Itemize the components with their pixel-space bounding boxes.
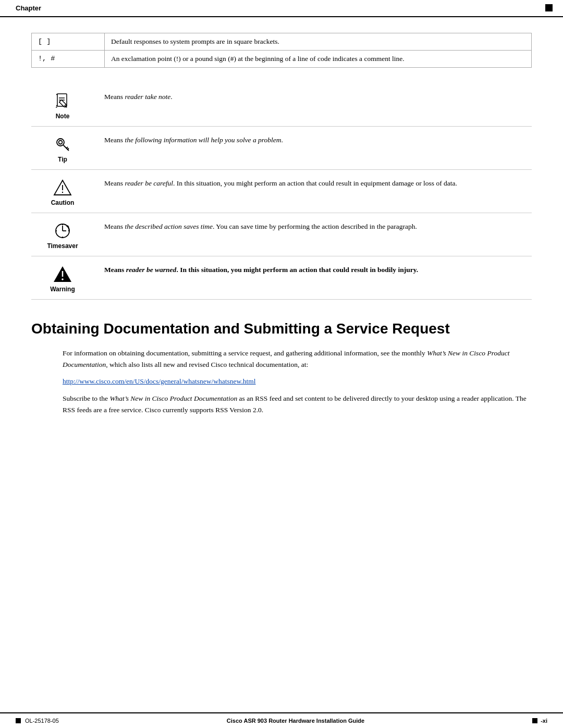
note-icon-col: Note bbox=[31, 90, 94, 120]
convention-table: [ ] Default responses to system prompts … bbox=[31, 33, 532, 68]
svg-line-10 bbox=[64, 145, 69, 151]
table-row: !, # An exclamation point (!) or a pound… bbox=[32, 51, 532, 68]
warning-icon bbox=[53, 265, 72, 283]
tip-icon bbox=[53, 135, 72, 154]
svg-point-15 bbox=[62, 192, 63, 193]
caution-description: Means reader be careful. In this situati… bbox=[94, 176, 532, 188]
svg-point-26 bbox=[62, 278, 64, 280]
caution-icon bbox=[53, 178, 72, 197]
note-icon bbox=[53, 92, 72, 110]
main-content: [ ] Default responses to system prompts … bbox=[0, 17, 563, 464]
svg-line-11 bbox=[66, 147, 68, 149]
note-description: Means reader take note. bbox=[94, 90, 532, 101]
timesaver-icon-col: Timesaver bbox=[31, 219, 94, 250]
table-row: [ ] Default responses to system prompts … bbox=[32, 33, 532, 51]
svg-point-9 bbox=[59, 141, 63, 144]
caution-label: Caution bbox=[51, 199, 75, 206]
table-cell-desc: Default responses to system prompts are … bbox=[105, 33, 532, 51]
warning-icon-col: Warning bbox=[31, 263, 94, 293]
footer-right-decoration bbox=[532, 718, 537, 723]
caution-icon-col: Caution bbox=[31, 176, 94, 206]
svg-point-8 bbox=[57, 139, 64, 146]
page-footer: OL-25178-05 Cisco ASR 903 Router Hardwar… bbox=[0, 712, 563, 728]
timesaver-label: Timesaver bbox=[47, 242, 78, 250]
tip-label: Tip bbox=[58, 156, 67, 163]
warning-label: Warning bbox=[50, 286, 75, 293]
cisco-link[interactable]: http://www.cisco.com/en/US/docs/general/… bbox=[63, 377, 532, 386]
footer-doc-number: OL-25178-05 bbox=[25, 718, 59, 724]
timesaver-icon bbox=[53, 221, 72, 240]
section-title: Obtaining Documentation and Submitting a… bbox=[31, 320, 532, 337]
timesaver-description: Means the described action saves time. Y… bbox=[94, 219, 532, 231]
tip-description: Means the following information will hel… bbox=[94, 133, 532, 144]
header-decoration bbox=[545, 4, 553, 11]
table-cell-desc: An exclamation point (!) or a pound sign… bbox=[105, 51, 532, 68]
warning-section: Warning Means reader be warned. In this … bbox=[31, 256, 532, 300]
footer-left: OL-25178-05 bbox=[16, 718, 59, 724]
footer-page-number: -xi bbox=[541, 718, 547, 724]
body-paragraph-1: For information on obtaining documentati… bbox=[63, 348, 532, 370]
caution-section: Caution Means reader be careful. In this… bbox=[31, 170, 532, 213]
tip-section: Tip Means the following information will… bbox=[31, 127, 532, 170]
note-section: Note Means reader take note. bbox=[31, 83, 532, 127]
table-cell-symbol: !, # bbox=[32, 51, 105, 68]
page-header: Chapter bbox=[0, 0, 563, 17]
note-label: Note bbox=[56, 113, 70, 120]
footer-left-decoration bbox=[16, 718, 21, 723]
timesaver-section: Timesaver Means the described action sav… bbox=[31, 213, 532, 256]
chapter-label: Chapter bbox=[16, 4, 41, 12]
body-paragraph-2: Subscribe to the What’s New in Cisco Pro… bbox=[63, 393, 532, 415]
warning-description: Means reader be warned. In this situatio… bbox=[94, 263, 532, 274]
svg-line-12 bbox=[67, 149, 69, 150]
tip-icon-col: Tip bbox=[31, 133, 94, 163]
footer-right: -xi bbox=[532, 718, 547, 724]
table-cell-symbol: [ ] bbox=[32, 33, 105, 51]
footer-doc-title: Cisco ASR 903 Router Hardware Installati… bbox=[227, 718, 364, 724]
